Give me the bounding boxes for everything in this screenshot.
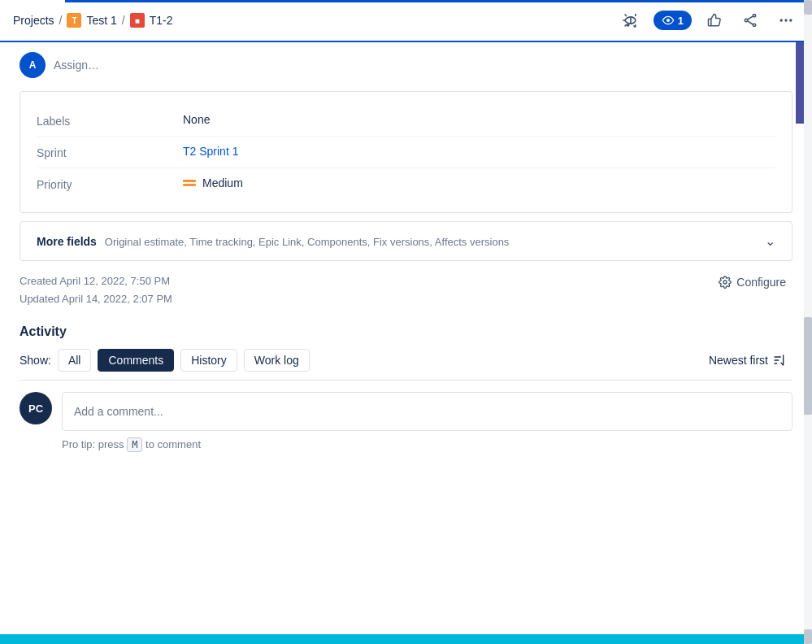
sprint-label: Sprint xyxy=(37,145,183,159)
bottom-teal-bar xyxy=(0,634,804,644)
pro-tip-key: M xyxy=(127,437,142,452)
svg-point-8 xyxy=(784,19,787,21)
right-accent-bar xyxy=(796,42,804,124)
sprint-link[interactable]: T2 Sprint 1 xyxy=(183,145,238,158)
svg-point-3 xyxy=(745,19,747,21)
newest-first-button[interactable]: Newest first xyxy=(702,350,792,371)
projects-link[interactable]: Projects xyxy=(13,14,54,27)
comment-placeholder: Add a comment... xyxy=(74,405,163,418)
svg-point-10 xyxy=(723,281,727,284)
gear-icon xyxy=(719,276,732,289)
megaphone-icon xyxy=(623,12,639,28)
more-fields-title: More fields xyxy=(37,235,97,248)
top-accent-bar xyxy=(65,0,804,2)
labels-label: Labels xyxy=(37,113,183,128)
user-avatar: PC xyxy=(20,392,52,424)
activity-section: Activity Show: All Comments History Work… xyxy=(20,324,792,452)
labels-value: None xyxy=(183,113,775,126)
activity-controls: Show: All Comments History Work log Newe… xyxy=(20,349,792,372)
priority-bar-2 xyxy=(183,184,196,186)
priority-bar-1 xyxy=(183,180,196,182)
priority-label: Priority xyxy=(37,176,183,191)
assignee-avatar: A xyxy=(20,52,46,78)
breadcrumb-sep2: / xyxy=(122,14,125,27)
thumbs-up-icon xyxy=(706,12,723,28)
share-icon xyxy=(742,12,758,28)
comment-area: PC Add a comment... xyxy=(20,392,792,431)
priority-value: Medium xyxy=(183,176,775,189)
svg-line-6 xyxy=(748,21,753,24)
show-label: Show: xyxy=(20,354,51,367)
priority-text: Medium xyxy=(202,176,243,189)
svg-point-1 xyxy=(667,19,670,22)
sort-icon xyxy=(773,354,786,367)
scrollbar-thumb-mid[interactable] xyxy=(804,317,812,415)
t12-link[interactable]: T1-2 xyxy=(150,14,173,27)
nav-actions: 1 xyxy=(618,9,799,32)
t12-icon: ■ xyxy=(130,13,145,28)
scrollbar-thumb-top[interactable] xyxy=(804,0,812,15)
content-area: A Assign… Labels None Sprint T2 Sprint 1… xyxy=(0,42,812,644)
activity-divider xyxy=(20,380,792,381)
test1-icon: T xyxy=(67,13,81,28)
assignee-row-partial: A Assign… xyxy=(20,42,792,81)
filter-all-button[interactable]: All xyxy=(58,349,92,372)
filter-history-button[interactable]: History xyxy=(180,349,237,372)
svg-line-5 xyxy=(748,16,753,20)
watch-button[interactable]: 1 xyxy=(654,11,692,30)
more-fields-subtitle: Original estimate, Time tracking, Epic L… xyxy=(105,236,510,248)
fields-card: Labels None Sprint T2 Sprint 1 Priority xyxy=(20,91,792,213)
pro-tip-suffix: to comment xyxy=(145,438,201,450)
svg-rect-0 xyxy=(627,24,629,26)
more-fields-card[interactable]: More fields Original estimate, Time trac… xyxy=(20,221,792,261)
meta-dates: Created April 12, 2022, 7:50 PM Updated … xyxy=(20,272,172,308)
main-wrapper: Projects / T Test 1 / ■ T1-2 xyxy=(0,0,812,644)
show-row: Show: All Comments History Work log xyxy=(20,349,310,372)
labels-row: Labels None xyxy=(37,105,775,137)
meta-section: Created April 12, 2022, 7:50 PM Updated … xyxy=(20,272,792,308)
more-options-button[interactable] xyxy=(773,9,799,32)
like-button[interactable] xyxy=(701,9,727,32)
svg-point-7 xyxy=(780,19,783,21)
filter-worklog-button[interactable]: Work log xyxy=(244,349,310,372)
updated-date: Updated April 14, 2022, 2:07 PM xyxy=(20,290,172,308)
configure-button[interactable]: Configure xyxy=(712,272,792,292)
test1-link[interactable]: Test 1 xyxy=(86,14,116,27)
share-button[interactable] xyxy=(737,9,763,32)
pro-tip-prefix: Pro tip: press xyxy=(62,438,124,450)
assignee-partial-text: Assign… xyxy=(54,59,99,72)
created-date: Created April 12, 2022, 7:50 PM xyxy=(20,272,172,290)
chevron-down-icon: ⌄ xyxy=(765,233,775,249)
svg-point-9 xyxy=(789,19,792,21)
breadcrumb-sep1: / xyxy=(59,14,63,27)
top-nav: Projects / T Test 1 / ■ T1-2 xyxy=(0,0,812,42)
configure-label: Configure xyxy=(736,276,786,289)
eye-icon xyxy=(662,14,675,27)
watch-count: 1 xyxy=(678,15,684,27)
svg-point-4 xyxy=(753,24,755,26)
pro-tip: Pro tip: press M to comment xyxy=(62,437,792,452)
sprint-value[interactable]: T2 Sprint 1 xyxy=(183,145,775,158)
priority-display: Medium xyxy=(183,176,775,189)
more-fields-content: More fields Original estimate, Time trac… xyxy=(37,235,509,248)
breadcrumb: Projects / T Test 1 / ■ T1-2 xyxy=(13,13,173,28)
sprint-row: Sprint T2 Sprint 1 xyxy=(37,137,775,168)
more-dots-icon xyxy=(778,12,794,28)
scrollbar-track xyxy=(804,0,812,644)
filter-comments-button[interactable]: Comments xyxy=(98,349,174,372)
scrollbar-thumb-bottom[interactable] xyxy=(804,629,812,644)
comment-input-field[interactable]: Add a comment... xyxy=(62,392,792,431)
announcement-button[interactable] xyxy=(618,9,644,32)
svg-point-2 xyxy=(753,15,755,17)
newest-first-label: Newest first xyxy=(709,354,768,367)
priority-icon xyxy=(183,180,196,186)
activity-title: Activity xyxy=(20,324,792,339)
priority-row: Priority Medium xyxy=(37,168,775,199)
